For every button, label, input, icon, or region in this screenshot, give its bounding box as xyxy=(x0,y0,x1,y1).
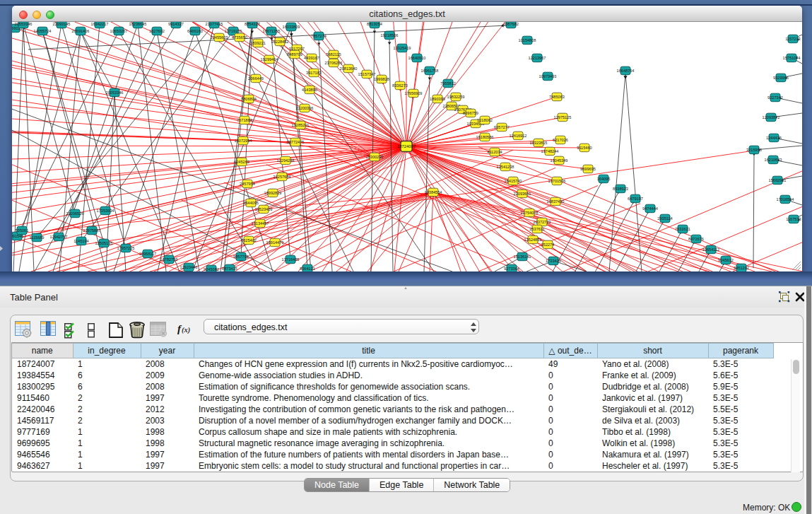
svg-text:252274: 252274 xyxy=(541,243,555,247)
svg-text:4143890: 4143890 xyxy=(302,88,317,92)
svg-text:1157213: 1157213 xyxy=(785,37,800,41)
svg-text:7955812: 7955812 xyxy=(440,81,456,86)
svg-text:8471676: 8471676 xyxy=(688,237,704,241)
svg-text:12923446: 12923446 xyxy=(180,265,198,269)
svg-text:3215958: 3215958 xyxy=(746,148,762,152)
svg-text:18992829: 18992829 xyxy=(264,191,282,195)
svg-text:20691406: 20691406 xyxy=(72,29,90,33)
svg-text:1839221: 1839221 xyxy=(250,41,266,45)
svg-text:12541238: 12541238 xyxy=(497,165,514,169)
svg-text:20206526: 20206526 xyxy=(66,211,84,216)
svg-text:12213967: 12213967 xyxy=(529,56,546,60)
svg-text:15180586: 15180586 xyxy=(476,135,494,139)
svg-text:10228452: 10228452 xyxy=(271,40,289,44)
svg-text:10973493: 10973493 xyxy=(539,74,557,78)
svg-text:2935114: 2935114 xyxy=(657,216,672,221)
svg-text:9699695: 9699695 xyxy=(580,167,596,171)
svg-text:20053346: 20053346 xyxy=(106,90,124,95)
svg-text:2066449: 2066449 xyxy=(248,76,264,81)
svg-text:16210643: 16210643 xyxy=(765,158,782,162)
svg-text:1733426: 1733426 xyxy=(546,259,561,263)
svg-text:12975125: 12975125 xyxy=(554,115,572,119)
svg-text:9227342: 9227342 xyxy=(767,95,783,100)
svg-text:18724007: 18724007 xyxy=(397,144,416,148)
svg-text:19218506: 19218506 xyxy=(381,33,399,37)
svg-text:15692901: 15692901 xyxy=(769,178,787,182)
svg-text:7485063: 7485063 xyxy=(549,95,565,99)
svg-text:12294238: 12294238 xyxy=(277,158,295,163)
svg-text:20813640: 20813640 xyxy=(340,66,358,71)
svg-text:22455603: 22455603 xyxy=(211,35,228,40)
svg-text:3917183: 3917183 xyxy=(306,71,322,75)
svg-text:12416912: 12416912 xyxy=(510,134,527,138)
svg-text:1999828: 1999828 xyxy=(374,77,389,81)
svg-text:9857791: 9857791 xyxy=(233,255,249,259)
svg-text:16072954: 16072954 xyxy=(235,139,252,143)
svg-text:1527602: 1527602 xyxy=(149,29,165,33)
svg-text:164095: 164095 xyxy=(597,177,611,181)
svg-text:4245263: 4245263 xyxy=(234,160,249,164)
svg-text:4112034: 4112034 xyxy=(487,150,502,154)
svg-text:18236645: 18236645 xyxy=(129,22,147,26)
svg-text:4735650: 4735650 xyxy=(232,35,247,40)
svg-text:5682115: 5682115 xyxy=(326,52,341,57)
svg-text:19832259: 19832259 xyxy=(447,95,465,99)
svg-text:16961758: 16961758 xyxy=(421,69,439,73)
svg-text:1244415: 1244415 xyxy=(766,136,782,140)
svg-text:2537611: 2537611 xyxy=(529,227,544,231)
svg-text:13045349: 13045349 xyxy=(551,158,568,163)
svg-text:8489709: 8489709 xyxy=(287,52,302,57)
svg-text:16648764: 16648764 xyxy=(617,69,635,73)
svg-text:8854327: 8854327 xyxy=(245,22,260,26)
svg-text:18300295: 18300295 xyxy=(366,155,384,159)
svg-text:10837430: 10837430 xyxy=(547,199,565,204)
svg-text:20772475: 20772475 xyxy=(287,140,305,144)
svg-text:21200396: 21200396 xyxy=(296,106,314,110)
svg-text:22093651: 22093651 xyxy=(514,192,531,196)
svg-text:9914327: 9914327 xyxy=(168,22,184,26)
svg-text:17956909: 17956909 xyxy=(405,91,423,95)
svg-text:9329966: 9329966 xyxy=(773,76,789,80)
svg-text:8813054: 8813054 xyxy=(367,22,382,26)
svg-text:535061: 535061 xyxy=(16,228,29,233)
svg-text:1145194: 1145194 xyxy=(73,239,88,243)
svg-text:7857274: 7857274 xyxy=(311,34,326,38)
svg-text:12093872: 12093872 xyxy=(763,115,780,119)
svg-text:16415740: 16415740 xyxy=(505,179,522,183)
svg-text:16640910: 16640910 xyxy=(408,56,426,60)
svg-text:13524851: 13524851 xyxy=(524,238,542,242)
svg-text:19384554: 19384554 xyxy=(425,190,442,194)
svg-text:9273364: 9273364 xyxy=(504,267,519,271)
svg-text:4439167: 4439167 xyxy=(304,56,319,60)
svg-text:9474444: 9474444 xyxy=(642,206,658,211)
svg-text:16342217: 16342217 xyxy=(91,22,109,26)
svg-text:2087682: 2087682 xyxy=(503,22,519,26)
svg-text:12942757: 12942757 xyxy=(50,235,68,239)
svg-text:16033809: 16033809 xyxy=(283,25,300,29)
svg-text:19285201: 19285201 xyxy=(292,123,310,127)
svg-text:8873415: 8873415 xyxy=(222,267,237,271)
svg-text:6357277: 6357277 xyxy=(494,125,510,129)
svg-text:13701506: 13701506 xyxy=(548,179,566,183)
svg-text:1115689: 1115689 xyxy=(30,235,45,240)
svg-text:17353934: 17353934 xyxy=(97,209,114,213)
svg-text:13134457: 13134457 xyxy=(252,221,269,226)
svg-text:21077415: 21077415 xyxy=(206,22,223,26)
svg-text:8396759: 8396759 xyxy=(463,111,478,115)
svg-text:10653267: 10653267 xyxy=(110,29,128,33)
svg-text:17016504: 17016504 xyxy=(777,197,794,201)
svg-text:16671355: 16671355 xyxy=(263,29,281,33)
svg-text:20372723: 20372723 xyxy=(534,220,551,224)
svg-text:21754078: 21754078 xyxy=(521,211,539,215)
svg-text:6479197: 6479197 xyxy=(628,197,643,201)
svg-text:7671884: 7671884 xyxy=(237,118,252,122)
svg-text:14055724: 14055724 xyxy=(34,29,52,33)
svg-text:10154808: 10154808 xyxy=(519,38,536,42)
svg-text:20553346: 20553346 xyxy=(15,22,33,26)
svg-text:13748244: 13748244 xyxy=(541,149,559,153)
svg-text:3644095: 3644095 xyxy=(243,201,259,205)
svg-text:(x): (x) xyxy=(182,326,190,334)
svg-text:16914479: 16914479 xyxy=(266,240,284,245)
svg-text:1218062: 1218062 xyxy=(477,118,493,122)
svg-text:23706266: 23706266 xyxy=(325,61,343,65)
